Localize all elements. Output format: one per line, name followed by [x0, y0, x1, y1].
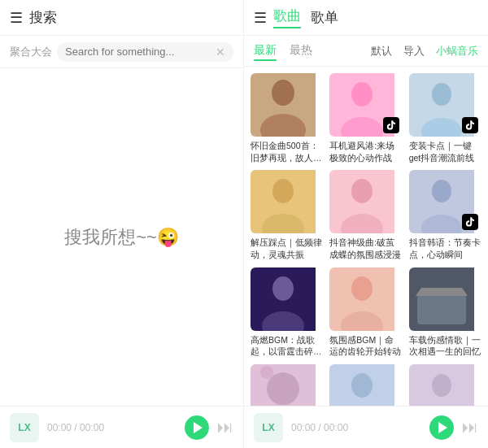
grid-item[interactable]: 车载伤感情歌｜一次相遇一生的回忆 — [409, 267, 481, 358]
grid-thumb — [251, 73, 323, 137]
tiktok-badge — [462, 214, 478, 230]
tiktok-badge — [462, 117, 478, 133]
search-hint: 搜我所想~~😜 — [64, 225, 179, 250]
svg-point-1 — [272, 80, 294, 106]
left-play-button[interactable] — [185, 415, 209, 440]
grid-label: 耳机避风港:来场极致的心动作战 — [329, 140, 402, 163]
play-icon — [194, 422, 203, 433]
right-footer-time: 00:00 / 00:00 — [291, 422, 421, 433]
grid-label: 抖音韩语：节奏卡点，心动瞬间 — [409, 237, 481, 260]
right-title-songs: 歌曲 — [273, 7, 301, 28]
svg-point-4 — [351, 82, 373, 107]
grid-label: 高燃BGM：战歌起，以雷霆击碎黑暗 — [251, 334, 323, 358]
right-menu-icon[interactable]: ☰ — [254, 9, 267, 27]
tab-hot[interactable]: 最热 — [290, 43, 312, 59]
grid-item[interactable]: 解压踩点｜低频律动，灵魂共振 — [251, 170, 323, 260]
svg-marker-26 — [416, 288, 468, 296]
left-avatar: LX — [10, 413, 39, 442]
svg-point-22 — [351, 276, 373, 301]
grid-thumb — [251, 267, 323, 331]
grid-item[interactable]: 甜蜜恋歌：爱的味道 — [409, 364, 481, 406]
left-panel: ☰ 搜索 聚合大会 ✕ 搜我所想~~😜 LX 00:00 / 00:00 ⏭ — [0, 0, 244, 448]
tab-label-small: 聚合大会 — [10, 45, 52, 59]
grid-item[interactable]: 怀旧金曲500首：旧梦再现，故人已去 — [251, 73, 323, 163]
grid-item[interactable]: 变装卡点｜一键get抖音潮流前线 — [409, 73, 481, 163]
left-header: ☰ 搜索 — [0, 0, 243, 36]
right-footer: LX 00:00 / 00:00 ⏭ — [244, 406, 488, 448]
svg-point-10 — [272, 179, 294, 203]
right-avatar: LX — [254, 413, 283, 442]
svg-point-13 — [351, 179, 373, 203]
grid-item[interactable]: 高燃BGM：战歌起，以雷霆击碎黑暗 — [251, 267, 323, 358]
svg-point-28 — [267, 372, 299, 405]
grid-item[interactable]: 抖音韩语：节奏卡点，心动瞬间 — [409, 170, 481, 260]
action-default[interactable]: 默认 — [371, 44, 392, 59]
svg-point-31 — [351, 373, 373, 398]
grid-item[interactable]: 氛围感BGM｜命运的齿轮开始转动 — [329, 267, 402, 358]
right-actions: 默认 导入 小蜗音乐 — [371, 44, 478, 59]
left-skip-button[interactable]: ⏭ — [217, 418, 233, 437]
action-import[interactable]: 导入 — [403, 44, 425, 59]
svg-point-29 — [260, 366, 273, 379]
left-footer-time: 00:00 / 00:00 — [47, 422, 176, 433]
grid-item[interactable]: 耳机避风港:来场极致的心动作战 — [329, 73, 402, 163]
grid-container: 怀旧金曲500首：旧梦再现，故人已去 耳机避风港:来场极致的心动作战 变装卡点｜… — [251, 73, 481, 406]
grid-thumb — [409, 267, 481, 331]
grid-thumb — [329, 267, 402, 331]
left-title: 搜索 — [29, 8, 57, 27]
grid-item[interactable]: 轻音乐精选：静心冥想 — [329, 364, 402, 406]
svg-rect-25 — [417, 292, 466, 324]
grid-label: 变装卡点｜一键get抖音潮流前线 — [409, 140, 481, 163]
left-footer: LX 00:00 / 00:00 ⏭ — [0, 406, 243, 448]
grid-thumb — [409, 170, 481, 233]
search-input-wrap: ✕ — [57, 42, 233, 62]
svg-point-7 — [432, 83, 451, 106]
grid-thumb — [409, 364, 481, 406]
grid-thumb — [251, 364, 323, 406]
left-content: 搜我所想~~😜 — [0, 68, 243, 406]
left-menu-icon[interactable]: ☰ — [10, 9, 23, 27]
grid-label: 解压踩点｜低频律动，灵魂共振 — [251, 237, 323, 260]
tiktok-badge — [383, 117, 399, 133]
grid-thumb — [329, 73, 402, 137]
grid-item[interactable]: 抖音神级曲:破茧成蝶的氛围感浸漫 — [329, 170, 402, 260]
right-header: ☰ 歌曲 歌单 — [244, 0, 488, 36]
grid-label: 车载伤感情歌｜一次相遇一生的回忆 — [409, 334, 481, 358]
grid-thumb — [251, 170, 323, 233]
right-panel: ☰ 歌曲 歌单 最新 最热 默认 导入 小蜗音乐 怀旧金曲500首：旧梦再现，故… — [244, 0, 488, 448]
svg-point-19 — [272, 276, 294, 301]
grid-label: 怀旧金曲500首：旧梦再现，故人已去 — [251, 140, 323, 163]
right-content: 怀旧金曲500首：旧梦再现，故人已去 耳机避风港:来场极致的心动作战 变装卡点｜… — [244, 67, 488, 406]
right-play-button[interactable] — [429, 415, 454, 440]
right-tabs-row: 最新 最热 默认 导入 小蜗音乐 — [244, 36, 488, 67]
action-xiaowo[interactable]: 小蜗音乐 — [436, 44, 478, 59]
grid-label: 抖音神级曲:破茧成蝶的氛围感浸漫 — [329, 237, 402, 260]
grid-item[interactable]: 花漾情歌：温柔时光 — [251, 364, 323, 406]
svg-point-34 — [432, 374, 451, 397]
grid-thumb — [329, 364, 402, 406]
search-input[interactable] — [65, 46, 216, 58]
right-title-playlist: 歌单 — [311, 8, 338, 27]
right-skip-button[interactable]: ⏭ — [462, 418, 478, 437]
clear-icon[interactable]: ✕ — [216, 46, 225, 59]
search-bar-row: 聚合大会 ✕ — [0, 36, 243, 68]
right-play-icon — [438, 422, 447, 433]
grid-label: 氛围感BGM｜命运的齿轮开始转动 — [329, 334, 402, 358]
tab-latest[interactable]: 最新 — [254, 43, 277, 59]
grid-thumb — [409, 73, 481, 137]
grid-thumb — [329, 170, 402, 233]
svg-point-16 — [432, 180, 451, 202]
